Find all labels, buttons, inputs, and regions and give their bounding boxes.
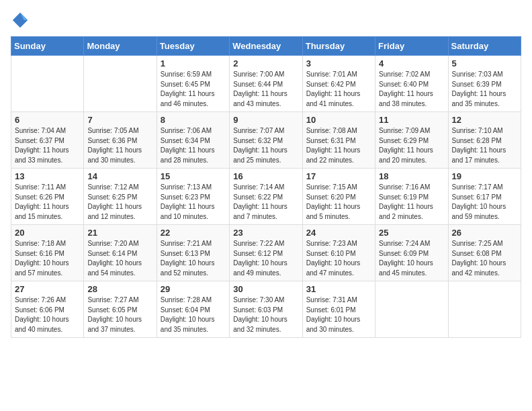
calendar-cell: 4Sunrise: 7:02 AM Sunset: 6:40 PM Daylig… xyxy=(375,56,448,112)
day-number: 29 xyxy=(161,284,226,294)
day-info: Sunrise: 7:20 AM Sunset: 6:14 PM Dayligh… xyxy=(87,239,152,278)
day-info: Sunrise: 6:59 AM Sunset: 6:45 PM Dayligh… xyxy=(161,70,226,109)
weekday-header-thursday: Thursday xyxy=(302,37,375,56)
day-number: 6 xyxy=(15,115,80,125)
calendar-week-1: 1Sunrise: 6:59 AM Sunset: 6:45 PM Daylig… xyxy=(11,56,521,112)
day-info: Sunrise: 7:00 AM Sunset: 6:44 PM Dayligh… xyxy=(233,70,298,109)
day-info: Sunrise: 7:13 AM Sunset: 6:23 PM Dayligh… xyxy=(161,183,226,222)
calendar-cell: 10Sunrise: 7:08 AM Sunset: 6:31 PM Dayli… xyxy=(302,112,375,169)
calendar-week-3: 13Sunrise: 7:11 AM Sunset: 6:26 PM Dayli… xyxy=(11,169,521,225)
day-number: 23 xyxy=(233,228,298,238)
calendar-cell: 24Sunrise: 7:23 AM Sunset: 6:10 PM Dayli… xyxy=(302,225,375,281)
day-info: Sunrise: 7:18 AM Sunset: 6:16 PM Dayligh… xyxy=(15,239,80,278)
day-info: Sunrise: 7:21 AM Sunset: 6:13 PM Dayligh… xyxy=(161,239,226,278)
day-info: Sunrise: 7:30 AM Sunset: 6:03 PM Dayligh… xyxy=(233,295,298,334)
day-number: 28 xyxy=(87,284,152,294)
calendar-cell: 31Sunrise: 7:31 AM Sunset: 6:01 PM Dayli… xyxy=(302,281,375,338)
day-number: 22 xyxy=(161,228,226,238)
calendar-week-2: 6Sunrise: 7:04 AM Sunset: 6:37 PM Daylig… xyxy=(11,112,521,169)
day-number: 21 xyxy=(87,228,152,238)
weekday-header-sunday: Sunday xyxy=(11,37,84,56)
weekday-header-monday: Monday xyxy=(84,37,157,56)
day-info: Sunrise: 7:02 AM Sunset: 6:40 PM Dayligh… xyxy=(379,70,444,109)
day-number: 25 xyxy=(379,228,444,238)
calendar-cell: 8Sunrise: 7:06 AM Sunset: 6:34 PM Daylig… xyxy=(157,112,229,169)
calendar-cell xyxy=(11,56,84,112)
day-number: 15 xyxy=(161,171,226,181)
day-info: Sunrise: 7:09 AM Sunset: 6:29 PM Dayligh… xyxy=(379,126,444,165)
calendar-cell xyxy=(84,56,157,112)
calendar-cell: 27Sunrise: 7:26 AM Sunset: 6:06 PM Dayli… xyxy=(11,281,84,338)
day-info: Sunrise: 7:27 AM Sunset: 6:05 PM Dayligh… xyxy=(87,295,152,334)
day-info: Sunrise: 7:25 AM Sunset: 6:08 PM Dayligh… xyxy=(452,239,517,278)
calendar-cell: 1Sunrise: 6:59 AM Sunset: 6:45 PM Daylig… xyxy=(157,56,229,112)
day-number: 7 xyxy=(87,115,152,125)
calendar-cell: 16Sunrise: 7:14 AM Sunset: 6:22 PM Dayli… xyxy=(230,169,302,225)
calendar-cell: 9Sunrise: 7:07 AM Sunset: 6:32 PM Daylig… xyxy=(230,112,302,169)
calendar-cell: 7Sunrise: 7:05 AM Sunset: 6:36 PM Daylig… xyxy=(84,112,157,169)
calendar-cell: 29Sunrise: 7:28 AM Sunset: 6:04 PM Dayli… xyxy=(157,281,229,338)
day-number: 4 xyxy=(379,58,444,68)
day-info: Sunrise: 7:26 AM Sunset: 6:06 PM Dayligh… xyxy=(15,295,80,334)
day-number: 20 xyxy=(15,228,80,238)
day-info: Sunrise: 7:17 AM Sunset: 6:17 PM Dayligh… xyxy=(452,183,517,222)
day-info: Sunrise: 7:04 AM Sunset: 6:37 PM Dayligh… xyxy=(15,126,80,165)
logo xyxy=(11,11,32,30)
calendar-week-5: 27Sunrise: 7:26 AM Sunset: 6:06 PM Dayli… xyxy=(11,281,521,338)
day-number: 14 xyxy=(87,171,152,181)
calendar-cell: 15Sunrise: 7:13 AM Sunset: 6:23 PM Dayli… xyxy=(157,169,229,225)
weekday-header-tuesday: Tuesday xyxy=(157,37,229,56)
day-info: Sunrise: 7:06 AM Sunset: 6:34 PM Dayligh… xyxy=(161,126,226,165)
day-number: 18 xyxy=(379,171,444,181)
weekday-header-friday: Friday xyxy=(375,37,448,56)
day-number: 16 xyxy=(233,171,298,181)
logo-icon xyxy=(11,11,30,30)
day-number: 8 xyxy=(161,115,226,125)
calendar-cell: 20Sunrise: 7:18 AM Sunset: 6:16 PM Dayli… xyxy=(11,225,84,281)
day-info: Sunrise: 7:03 AM Sunset: 6:39 PM Dayligh… xyxy=(452,70,517,109)
calendar-cell: 12Sunrise: 7:10 AM Sunset: 6:28 PM Dayli… xyxy=(448,112,521,169)
day-number: 1 xyxy=(161,58,226,68)
day-number: 3 xyxy=(306,58,371,68)
day-info: Sunrise: 7:28 AM Sunset: 6:04 PM Dayligh… xyxy=(161,295,226,334)
page-header xyxy=(11,11,521,30)
day-info: Sunrise: 7:11 AM Sunset: 6:26 PM Dayligh… xyxy=(15,183,80,222)
day-info: Sunrise: 7:07 AM Sunset: 6:32 PM Dayligh… xyxy=(233,126,298,165)
day-number: 30 xyxy=(233,284,298,294)
weekday-header-saturday: Saturday xyxy=(448,37,521,56)
calendar-week-4: 20Sunrise: 7:18 AM Sunset: 6:16 PM Dayli… xyxy=(11,225,521,281)
weekday-header-row: SundayMondayTuesdayWednesdayThursdayFrid… xyxy=(11,37,521,56)
calendar-cell: 19Sunrise: 7:17 AM Sunset: 6:17 PM Dayli… xyxy=(448,169,521,225)
day-info: Sunrise: 7:24 AM Sunset: 6:09 PM Dayligh… xyxy=(379,239,444,278)
day-number: 24 xyxy=(306,228,371,238)
calendar-cell: 3Sunrise: 7:01 AM Sunset: 6:42 PM Daylig… xyxy=(302,56,375,112)
calendar-cell: 22Sunrise: 7:21 AM Sunset: 6:13 PM Dayli… xyxy=(157,225,229,281)
day-info: Sunrise: 7:01 AM Sunset: 6:42 PM Dayligh… xyxy=(306,70,371,109)
calendar-cell: 13Sunrise: 7:11 AM Sunset: 6:26 PM Dayli… xyxy=(11,169,84,225)
calendar-cell xyxy=(448,281,521,338)
calendar-cell: 23Sunrise: 7:22 AM Sunset: 6:12 PM Dayli… xyxy=(230,225,302,281)
calendar-cell: 2Sunrise: 7:00 AM Sunset: 6:44 PM Daylig… xyxy=(230,56,302,112)
calendar-cell: 18Sunrise: 7:16 AM Sunset: 6:19 PM Dayli… xyxy=(375,169,448,225)
day-number: 27 xyxy=(15,284,80,294)
day-info: Sunrise: 7:12 AM Sunset: 6:25 PM Dayligh… xyxy=(87,183,152,222)
calendar-cell: 17Sunrise: 7:15 AM Sunset: 6:20 PM Dayli… xyxy=(302,169,375,225)
day-number: 26 xyxy=(452,228,517,238)
day-number: 9 xyxy=(233,115,298,125)
day-info: Sunrise: 7:22 AM Sunset: 6:12 PM Dayligh… xyxy=(233,239,298,278)
calendar-cell xyxy=(375,281,448,338)
weekday-header-wednesday: Wednesday xyxy=(230,37,302,56)
day-info: Sunrise: 7:05 AM Sunset: 6:36 PM Dayligh… xyxy=(87,126,152,165)
calendar-cell: 5Sunrise: 7:03 AM Sunset: 6:39 PM Daylig… xyxy=(448,56,521,112)
calendar-cell: 26Sunrise: 7:25 AM Sunset: 6:08 PM Dayli… xyxy=(448,225,521,281)
day-number: 13 xyxy=(15,171,80,181)
day-number: 2 xyxy=(233,58,298,68)
day-info: Sunrise: 7:14 AM Sunset: 6:22 PM Dayligh… xyxy=(233,183,298,222)
day-info: Sunrise: 7:16 AM Sunset: 6:19 PM Dayligh… xyxy=(379,183,444,222)
day-info: Sunrise: 7:08 AM Sunset: 6:31 PM Dayligh… xyxy=(306,126,371,165)
calendar-cell: 25Sunrise: 7:24 AM Sunset: 6:09 PM Dayli… xyxy=(375,225,448,281)
calendar-cell: 6Sunrise: 7:04 AM Sunset: 6:37 PM Daylig… xyxy=(11,112,84,169)
day-info: Sunrise: 7:31 AM Sunset: 6:01 PM Dayligh… xyxy=(306,295,371,334)
day-info: Sunrise: 7:15 AM Sunset: 6:20 PM Dayligh… xyxy=(306,183,371,222)
day-info: Sunrise: 7:23 AM Sunset: 6:10 PM Dayligh… xyxy=(306,239,371,278)
